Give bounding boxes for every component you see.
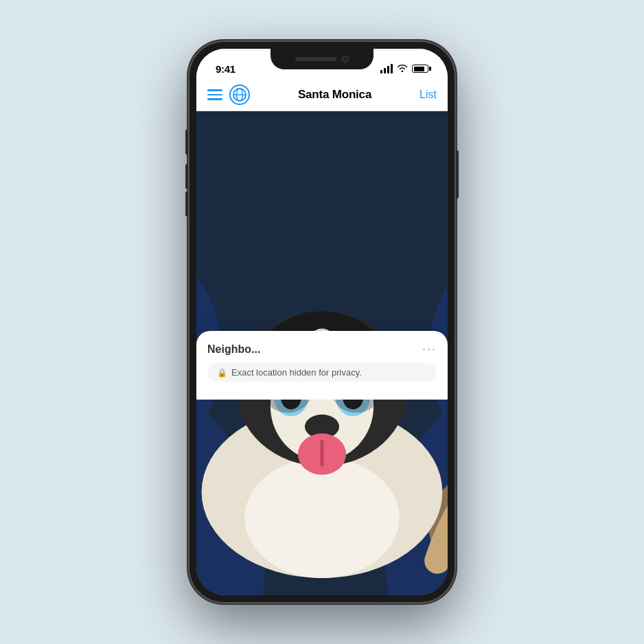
globe-icon[interactable] [229, 84, 250, 105]
svg-point-36 [244, 457, 400, 577]
header-title: Santa Monica [298, 88, 371, 102]
card-title: Neighbo... [207, 343, 260, 356]
card-header: Neighbo... ··· [207, 342, 437, 356]
notch-speaker [295, 57, 336, 61]
status-time: 9:41 [216, 63, 235, 75]
battery-icon [412, 65, 428, 73]
app-header: Santa Monica List [196, 79, 448, 111]
privacy-text: Exact location hidden for privacy. [231, 367, 362, 378]
lock-icon: 🔒 [217, 368, 227, 378]
privacy-badge: 🔒 Exact location hidden for privacy. [207, 363, 437, 382]
phone-wrapper: 9:41 [188, 41, 456, 603]
notch [271, 49, 373, 69]
status-icons [380, 64, 428, 74]
card-overlay: Neighbo... ··· 🔒 Exact location hidden f… [196, 331, 448, 400]
card-dots-button[interactable]: ··· [422, 342, 437, 356]
notch-camera [342, 56, 349, 62]
screen: 9:41 [196, 49, 448, 595]
signal-icon [380, 64, 393, 73]
menu-icon[interactable] [207, 89, 222, 100]
list-button[interactable]: List [419, 89, 437, 101]
wifi-icon [397, 64, 408, 74]
header-left [207, 84, 250, 105]
